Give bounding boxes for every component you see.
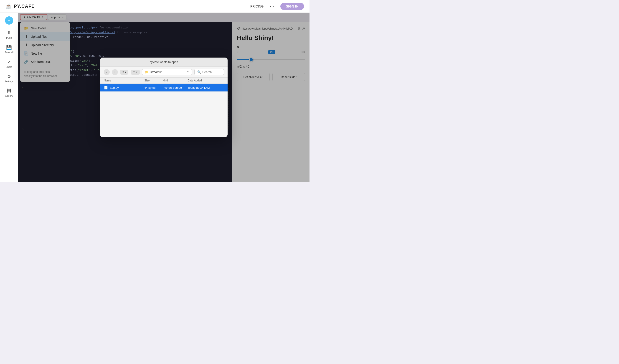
sidebar-item-gallery[interactable]: 🖼 Gallery [1,86,17,99]
search-input[interactable] [202,70,221,74]
sidebar-item-share[interactable]: ↗ Share [1,57,17,70]
file-row-app-py[interactable]: 📄 app.py 44 bytes Python Source Today at… [100,84,227,92]
settings-icon: ⚙ [7,74,11,79]
sidebar-item-push[interactable]: ⬆ Push [1,28,17,41]
dialog-empty-area [100,92,227,137]
dialog-location[interactable]: 📁 streamlit ⌃ [142,69,192,75]
push-icon: ⬆ [7,30,11,35]
gallery-icon: 🖼 [7,88,11,94]
sidebar-settings-label: Settings [5,80,14,83]
file-kind-cell: Python Source [163,86,187,89]
pricing-link[interactable]: PRICING [250,5,264,8]
main-layout: + ⬆ Push 💾 Save all ↗ Share ⚙ Settings 🖼… [0,13,310,182]
column-date-header[interactable]: Date Added [187,79,224,82]
dialog-back-button[interactable]: ‹ [104,69,110,75]
sidebar-item-settings[interactable]: ⚙ Settings [1,72,17,85]
file-size-cell: 44 bytes [144,86,163,89]
dialog-search[interactable]: 🔍 [194,69,224,75]
dialog-title: py.cafe wants to open [100,57,227,67]
logo-text: PY.CAFE [14,4,35,9]
navbar: ☕ PY.CAFE PRICING ⋯ SIGN IN [0,0,310,13]
column-name-header[interactable]: Name [104,79,144,82]
file-dialog-overlay: py.cafe wants to open ‹ › ≡ ▾ ⊞ ▾ 📁 stre… [18,13,310,182]
dialog-forward-button[interactable]: › [112,69,118,75]
sidebar-gallery-label: Gallery [5,94,13,97]
column-kind-header[interactable]: Kind [163,79,187,82]
navbar-right: PRICING ⋯ SIGN IN [250,3,304,10]
dialog-grid-view-button[interactable]: ⊞ ▾ [131,70,140,75]
navbar-left: ☕ PY.CAFE [5,3,35,9]
save-icon: 💾 [6,45,12,50]
more-options-button[interactable]: ⋯ [268,3,276,10]
content-area: + + NEW FILE app.py × t check out https:… [18,13,310,182]
dialog-table-header: Name Size Kind Date Added [100,78,227,84]
location-chevron-icon: ⌃ [187,70,189,74]
sidebar-save-label: Save all [5,51,14,54]
file-name-text: app.py [110,86,119,89]
sidebar: + ⬆ Push 💾 Save all ↗ Share ⚙ Settings 🖼… [0,13,18,182]
location-folder-icon: 📁 [145,70,149,74]
dialog-toolbar: ‹ › ≡ ▾ ⊞ ▾ 📁 streamlit ⌃ 🔍 [100,67,227,78]
sidebar-item-save-all[interactable]: 💾 Save all [1,43,17,56]
share-icon: ↗ [7,59,11,65]
column-size-header[interactable]: Size [144,79,163,82]
sidebar-push-label: Push [6,36,12,39]
add-button[interactable]: + [5,16,13,25]
dialog-list-view-button[interactable]: ≡ ▾ [120,70,128,75]
search-icon: 🔍 [197,70,201,74]
file-date-cell: Today at 9:41AM [187,86,224,89]
add-icon: + [8,18,11,23]
file-name-cell: 📄 app.py [104,85,144,90]
file-dialog: py.cafe wants to open ‹ › ≡ ▾ ⊞ ▾ 📁 stre… [100,57,227,137]
location-label: streamlit [150,70,162,74]
logo-icon: ☕ [5,3,12,9]
file-py-icon: 📄 [104,85,108,90]
sidebar-share-label: Share [6,66,12,68]
signin-button[interactable]: SIGN IN [280,3,304,10]
